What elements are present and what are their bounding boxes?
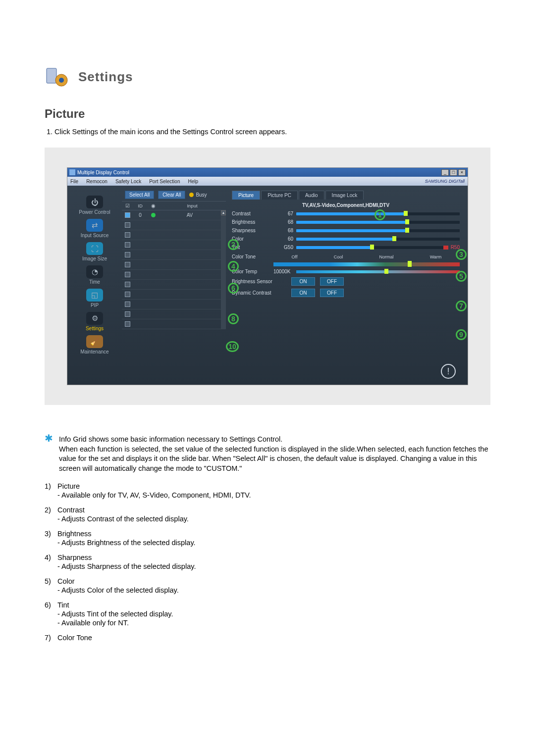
svg-rect-0	[47, 68, 56, 83]
row-brightness-sensor: Brightness Sensor ON OFF	[232, 277, 460, 286]
tab-image-lock[interactable]: Image Lock	[325, 191, 364, 200]
sidebar-image-size[interactable]: ⛶Image Size	[67, 242, 122, 261]
row-dynamic-contrast: Dynamic Contrast ON OFF	[232, 289, 460, 297]
legend-item-5: 5)Color - Adjusts Color of the selected …	[45, 577, 490, 594]
callout-5: 5	[456, 271, 467, 282]
sidebar-power-control[interactable]: ⏻Power Control	[67, 196, 122, 215]
row-tint: Tint G50 R50	[232, 245, 460, 250]
grid-row-empty	[122, 309, 221, 319]
sidebar-input-source[interactable]: ⇄Input Source	[67, 219, 122, 238]
grid-row-empty	[122, 230, 221, 240]
sidebar-time[interactable]: ◔Time	[67, 265, 122, 285]
callout-9: 9	[456, 329, 467, 340]
tone-warm[interactable]: Warm	[430, 254, 442, 259]
tab-audio[interactable]: Audio	[299, 191, 324, 200]
callout-7: 7	[456, 301, 467, 311]
grid-row-empty	[122, 240, 221, 250]
row-contrast: Contrast 67	[232, 211, 460, 216]
tab-picture-pc[interactable]: Picture PC	[261, 191, 298, 200]
menu-remocon[interactable]: Remocon	[86, 179, 107, 184]
minimize-button[interactable]: _	[441, 169, 449, 176]
note-text: Info Grid shows some basic information n…	[59, 435, 490, 473]
tone-off[interactable]: Off	[292, 254, 298, 259]
window-titlebar: Multiple Display Control _ □ ×	[67, 168, 468, 177]
grid-row-empty	[122, 250, 221, 260]
legend-item-6: 6)Tint - Adjusts Tint of the selected di…	[45, 601, 490, 627]
grid-row-empty	[122, 319, 221, 329]
clear-all-button[interactable]: Clear All	[158, 191, 185, 199]
tab-subheader: TV,AV,S-Video,Component,HDMI,DTV	[232, 202, 460, 208]
slider-color-temp[interactable]	[296, 270, 460, 273]
grid-row[interactable]: 0 AV	[122, 210, 221, 220]
scroll-up-button[interactable]: ▲	[221, 210, 226, 215]
settings-icon	[45, 64, 69, 89]
row-color-temp: Color Temp 10000K	[232, 269, 460, 274]
grid-row-empty	[122, 260, 221, 270]
busy-indicator: Busy	[189, 192, 207, 198]
legend-list: 1)Picture - Available only for TV, AV, S…	[45, 482, 490, 642]
callout-1: 1	[374, 209, 385, 220]
dynamic-contrast-on[interactable]: ON	[291, 289, 315, 297]
callout-4: 4	[228, 261, 239, 272]
callout-8: 8	[228, 313, 239, 324]
grid-row-empty	[122, 280, 221, 290]
svg-point-2	[59, 78, 64, 83]
select-all-button[interactable]: Select All	[125, 191, 154, 199]
star-icon: ✱	[45, 435, 53, 473]
info-icon[interactable]: !	[441, 364, 456, 379]
mdc-window: Multiple Display Control _ □ × File Remo…	[67, 167, 468, 385]
slider-color[interactable]	[296, 238, 460, 241]
menu-port-selection[interactable]: Port Selection	[149, 179, 180, 184]
menu-help[interactable]: Help	[188, 179, 198, 184]
slider-tint[interactable]	[296, 246, 448, 249]
brightness-sensor-off[interactable]: OFF	[320, 277, 344, 286]
menu-file[interactable]: File	[70, 179, 78, 184]
sidebar-pip[interactable]: ◱PIP	[67, 289, 122, 308]
grid-row-empty	[122, 270, 221, 280]
tone-normal[interactable]: Normal	[379, 254, 393, 259]
legend-item-2: 2)Contrast - Adjusts Contrast of the sel…	[45, 506, 490, 523]
maximize-button[interactable]: □	[450, 169, 457, 176]
slider-brightness[interactable]	[296, 221, 460, 224]
slider-sharpness[interactable]	[296, 229, 460, 232]
row-color-tone: Color Tone Off Cool Normal Warm	[232, 254, 460, 259]
legend-item-3: 3)Brightness - Adjusts Brightness of the…	[45, 530, 490, 547]
close-button[interactable]: ×	[458, 169, 466, 176]
sidebar-settings[interactable]: ⚙Settings	[67, 312, 122, 331]
menubar: File Remocon Safety Lock Port Selection …	[67, 177, 468, 186]
callout-10: 10	[226, 341, 239, 352]
grid-row-empty	[122, 300, 221, 309]
intro-text: 1. Click Settings of the main icons and …	[47, 128, 490, 136]
info-grid: Select All Clear All Busy ☑ ID ◉ Input 0	[122, 186, 226, 385]
settings-panel: Picture Picture PC Audio Image Lock TV,A…	[226, 186, 468, 385]
legend-item-7: 7)Color Tone	[45, 634, 490, 642]
grid-row-empty	[122, 290, 221, 300]
page-header-title: Settings	[78, 69, 133, 85]
callout-3: 3	[456, 249, 467, 260]
row-color: Color 60	[232, 236, 460, 242]
dynamic-contrast-off[interactable]: OFF	[320, 289, 344, 297]
legend-item-4: 4)Sharpness - Adjusts Sharpness of the s…	[45, 554, 490, 570]
menu-safety-lock[interactable]: Safety Lock	[115, 179, 141, 184]
legend-item-1: 1)Picture - Available only for TV, AV, S…	[45, 482, 490, 499]
screenshot-container: Multiple Display Control _ □ × File Remo…	[45, 148, 490, 405]
tab-picture[interactable]: Picture	[232, 191, 260, 200]
brand-label: SAMSUNG DIGITall	[425, 179, 465, 184]
grid-header: ☑ ID ◉ Input	[122, 201, 226, 210]
row-sharpness: Sharpness 68	[232, 228, 460, 233]
callout-2: 2	[228, 239, 239, 250]
brightness-sensor-on[interactable]: ON	[291, 277, 315, 286]
window-title: Multiple Display Control	[77, 170, 441, 175]
callout-6: 6	[228, 283, 239, 294]
sidebar: ⏻Power Control ⇄Input Source ⛶Image Size…	[67, 186, 122, 385]
row-brightness: Brightness 68	[232, 219, 460, 225]
grid-row-empty	[122, 220, 221, 230]
sidebar-maintenance[interactable]: 🧹Maintenance	[67, 335, 122, 354]
section-title: Picture	[45, 107, 490, 121]
titlebar-icon	[69, 169, 75, 175]
tone-cool[interactable]: Cool	[334, 254, 343, 259]
slider-color-tone[interactable]	[273, 262, 460, 266]
